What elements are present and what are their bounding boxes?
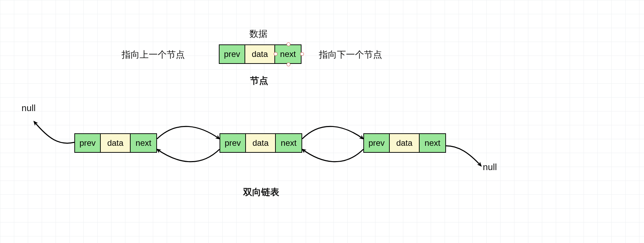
top-node-next[interactable]: next [275, 45, 301, 63]
label-null-left: null [22, 103, 35, 114]
list-node-3-prev: prev [364, 134, 390, 152]
top-node: prev data next [219, 44, 302, 64]
list-node-3-next: next [420, 134, 445, 152]
arrow-node3-to-null [446, 146, 481, 166]
arrow-3-to-2-back [302, 149, 363, 162]
label-list-caption: 双向链表 [243, 186, 279, 198]
list-node-2-next: next [276, 134, 302, 152]
top-node-data: data [245, 45, 275, 63]
label-null-right: null [483, 162, 497, 173]
label-next-hint: 指向下一个节点 [319, 49, 382, 61]
arrow-2-to-1-back [157, 149, 220, 162]
list-node-2: prev data next [220, 133, 302, 153]
list-node-3-data: data [390, 134, 420, 152]
selection-handle-right[interactable] [300, 52, 304, 56]
list-node-1-next: next [131, 134, 156, 152]
selection-handle-bottom[interactable] [287, 62, 290, 66]
arrows-svg [0, 0, 644, 243]
list-node-2-data: data [246, 134, 276, 152]
label-prev-hint: 指向上一个节点 [122, 49, 185, 61]
list-node-2-prev: prev [220, 134, 246, 152]
label-node-caption: 节点 [250, 75, 268, 87]
top-node-prev: prev [220, 45, 245, 63]
list-node-1-data: data [101, 134, 131, 152]
arrow-1-to-2-forward [157, 126, 220, 139]
selection-handle-left[interactable] [274, 52, 278, 56]
arrow-2-to-3-forward [302, 126, 363, 139]
list-node-1-prev: prev [75, 134, 101, 152]
arrow-node1-to-null [34, 122, 74, 143]
selection-handle-top[interactable] [287, 42, 290, 46]
list-node-3: prev data next [363, 133, 446, 153]
list-node-1: prev data next [74, 133, 157, 153]
label-data: 数据 [249, 28, 267, 40]
